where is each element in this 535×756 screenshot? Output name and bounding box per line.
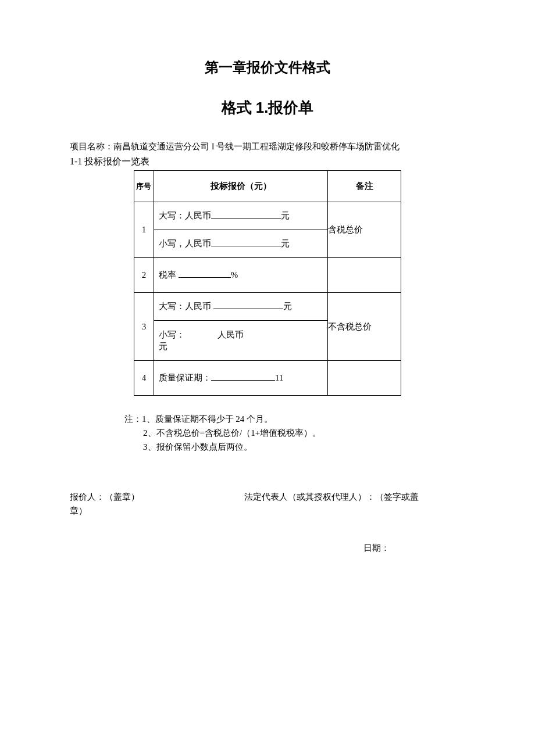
date-line: 日期： (70, 541, 465, 555)
table-row: 2 税率 % (134, 258, 401, 293)
row3-line1: 大写：人民币 元 (154, 293, 327, 321)
row2-remark (328, 258, 401, 293)
row4-suffix: 11 (275, 373, 283, 382)
row1-line2-prefix: 小写，人民币 (159, 239, 211, 248)
row4-price-cell: 质量保证期：11 (154, 361, 327, 396)
blank-field[interactable] (211, 238, 281, 246)
row1-price-cell: 大写：人民币元 小写，人民币元 (154, 202, 327, 258)
header-seq: 序号 (134, 171, 154, 202)
table-row: 4 质量保证期：11 (134, 361, 401, 396)
project-label: 项目名称： (70, 142, 113, 151)
row1-seq: 1 (134, 202, 154, 258)
blank-field[interactable] (179, 270, 231, 278)
chapter-heading: 第一章报价文件格式 (70, 58, 465, 77)
bidder-signature: 报价人：（盖章） (70, 490, 244, 504)
blank-field[interactable] (213, 301, 283, 309)
project-name-text: 南昌轨道交通运营分公司 I 号线一期工程瑶湖定修段和蛟桥停车场防雷优化 (113, 142, 400, 151)
row2-suffix: % (231, 270, 238, 280)
row3-line2c: 元 (159, 342, 167, 351)
table-row: 3 大写：人民币 元 小写： 人民币元 不含税总价 (134, 293, 401, 361)
row3-line2b: 人民币 (217, 330, 244, 339)
note-2: 2、不含税总价=含税总价/（1+增值税税率）。 (124, 426, 465, 440)
row4-remark (328, 361, 401, 396)
row1-line2-suffix: 元 (281, 239, 290, 248)
note-3: 3、报价保留小数点后两位。 (124, 440, 465, 454)
row3-line1-prefix: 大写：人民币 (159, 302, 211, 311)
row3-price-cell: 大写：人民币 元 小写： 人民币元 (154, 293, 327, 361)
blank-field[interactable] (211, 210, 281, 218)
signature-block: 报价人：（盖章） 法定代表人（或其授权代理人）：（签字或盖 章） 日期： (70, 490, 465, 555)
header-price: 投标报价（元） (154, 171, 327, 202)
row4-prefix: 质量保证期： (159, 373, 211, 382)
table-header-row: 序号 投标报价（元） 备注 (134, 171, 401, 202)
rep-signature-cont: 章） (70, 504, 465, 518)
blank-field[interactable] (211, 372, 275, 381)
row2-seq: 2 (134, 258, 154, 293)
notes-block: 注：1、质量保证期不得少于 24 个月。 2、不含税总价=含税总价/（1+增值税… (70, 412, 465, 454)
row4-seq: 4 (134, 361, 154, 396)
table-row: 1 大写：人民币元 小写，人民币元 含税总价 (134, 202, 401, 258)
row1-remark: 含税总价 (328, 202, 401, 258)
row1-line1: 大写：人民币元 (154, 202, 327, 230)
header-remark: 备注 (328, 171, 401, 202)
row2-prefix: 税率 (159, 270, 176, 280)
row1-line1-suffix: 元 (281, 211, 290, 220)
document-page: 第一章报价文件格式 格式 1.报价单 项目名称：南昌轨道交通运营分公司 I 号线… (0, 0, 535, 555)
row2-price-cell: 税率 % (154, 258, 327, 293)
table-title: 1-1 投标报价一览表 (70, 156, 465, 168)
format-heading: 格式 1.报价单 (70, 98, 465, 118)
row3-line1-suffix: 元 (283, 302, 292, 311)
row1-line1-prefix: 大写：人民币 (159, 211, 211, 220)
row3-line2: 小写： 人民币元 (154, 321, 327, 360)
note-1: 注：1、质量保证期不得少于 24 个月。 (124, 412, 465, 426)
rep-signature: 法定代表人（或其授权代理人）：（签字或盖 (244, 490, 465, 504)
row1-line2: 小写，人民币元 (154, 230, 327, 257)
row3-line2a: 小写： (159, 330, 185, 339)
row3-remark: 不含税总价 (328, 293, 401, 361)
row2-line: 税率 % (154, 258, 327, 292)
row4-line: 质量保证期：11 (154, 361, 327, 395)
project-name-line: 项目名称：南昌轨道交通运营分公司 I 号线一期工程瑶湖定修段和蛟桥停车场防雷优化 (70, 141, 465, 152)
quotation-table: 序号 投标报价（元） 备注 1 大写：人民币元 小写，人民币元 含税总价 2 税… (134, 170, 401, 396)
row3-seq: 3 (134, 293, 154, 361)
